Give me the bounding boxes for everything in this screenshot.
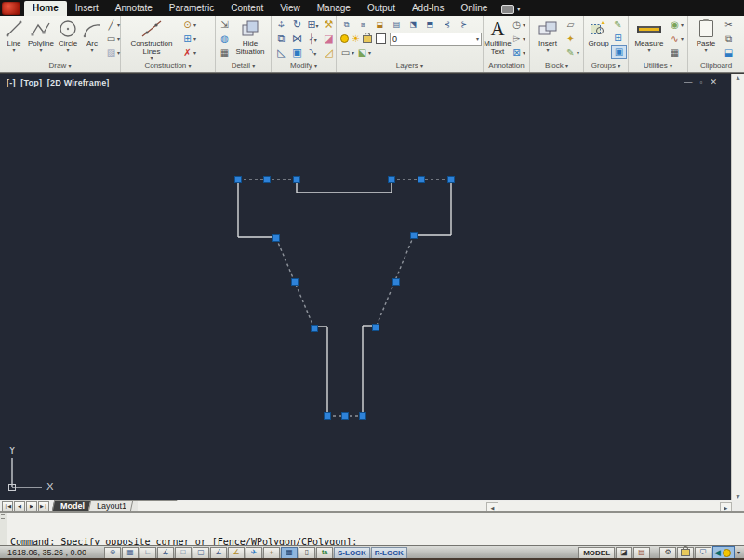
layer-select[interactable]: 0 ▾ [390, 33, 482, 46]
viewport-menu-button[interactable]: [-] [7, 78, 16, 87]
panel-footer-block[interactable]: Block ▾ [530, 60, 583, 72]
polar-toggle[interactable]: ∡ [157, 547, 174, 559]
esnap-toggle[interactable]: □ [175, 547, 192, 559]
layer-match-button[interactable]: ⬓ [372, 20, 388, 30]
last-tab-icon[interactable]: ▶❘ [38, 501, 49, 512]
paste-special-button[interactable]: ⬓ [722, 47, 736, 59]
erase-button[interactable]: ◪ [324, 33, 333, 45]
screen-capture-button[interactable]: ▾ [501, 5, 520, 14]
annotation-scale-toggle[interactable]: ta [316, 547, 333, 559]
scroll-up-icon[interactable]: ▲ [735, 74, 741, 81]
grip[interactable] [373, 325, 379, 331]
angle-toggle[interactable]: ∠ [210, 547, 227, 559]
viewport-view-button[interactable]: [Top] [20, 78, 42, 87]
leader-button[interactable]: ⌲▾ [510, 33, 526, 45]
layer-lock-icon[interactable] [363, 35, 372, 43]
close-icon[interactable]: ✕ [710, 77, 717, 87]
explode-button[interactable]: ⚒ [325, 19, 334, 31]
rotate-button[interactable]: ↻ [293, 19, 301, 31]
drawing-svg[interactable]: YX [0, 74, 732, 500]
snap-toggle[interactable]: ⊕ [104, 547, 121, 559]
coordinate-readout[interactable]: 1618.06, 35.26 , 0.00 [0, 548, 104, 557]
tab-content[interactable]: Content [222, 1, 272, 16]
grip[interactable] [273, 235, 280, 242]
command-window[interactable]: Command: Specify opposite corner or [Fen… [0, 511, 744, 545]
tab-parametric[interactable]: Parametric [161, 1, 222, 16]
viewport-visualstyle-button[interactable]: [2D Wireframe] [47, 78, 110, 87]
grip[interactable] [312, 326, 318, 332]
paste-button[interactable]: Paste ▾ [690, 18, 722, 60]
grip[interactable] [235, 177, 242, 183]
group-edit-button[interactable]: ⊞ [611, 32, 627, 44]
block-editor-button[interactable]: ✎▾ [564, 47, 580, 59]
rlock-button[interactable]: R-LOCK [371, 547, 407, 559]
layer-freeze-sun-icon[interactable]: ☀ [352, 33, 360, 44]
tab-insert[interactable]: Insert [67, 1, 107, 16]
minimize-icon[interactable]: — [684, 77, 693, 87]
prev-tab-icon[interactable]: ◀ [14, 501, 25, 512]
block-box-button[interactable]: ▱ [564, 19, 580, 31]
screen-view-button[interactable]: ▦ [218, 47, 232, 59]
panel-footer-draw[interactable]: Draw ▾ [0, 60, 120, 72]
status-overflow-chevron-icon[interactable]: ▾ [737, 551, 740, 554]
insert-block-button[interactable]: Insert ▾ [532, 18, 564, 60]
rectangle-tool-button[interactable]: ▭▾ [104, 33, 121, 45]
scroll-down-icon[interactable]: ▼ [735, 493, 741, 500]
line-tool-button[interactable]: ╱▾ [104, 19, 121, 31]
group-button[interactable]: Group [586, 18, 611, 60]
grip[interactable] [360, 413, 366, 420]
fillet-button[interactable]: ◝▾ [310, 47, 316, 59]
etrack-toggle[interactable]: ▢ [193, 547, 209, 559]
back-arrow-icon[interactable]: ◀ [714, 548, 721, 557]
tablet-toggle[interactable]: ✈ [246, 547, 262, 559]
layer-states-button[interactable]: ⧈ [355, 20, 371, 30]
application-logo-icon[interactable] [2, 2, 20, 15]
id-point-button[interactable]: ◉▾ [668, 19, 684, 31]
layer-off-bulb-icon[interactable] [340, 34, 349, 43]
slock-button[interactable]: S-LOCK [334, 547, 370, 559]
crosshair-toggle[interactable]: ＋ [263, 547, 280, 559]
layer-color-swatch[interactable] [376, 33, 386, 44]
tab-manage[interactable]: Manage [309, 1, 359, 16]
quad-toggle[interactable]: ▦ [281, 547, 298, 559]
panel-footer-layers[interactable]: Layers ▾ [337, 60, 483, 72]
tab-annotate[interactable]: Annotate [107, 1, 161, 16]
panel-footer-detail[interactable]: Detail ▾ [216, 60, 271, 72]
tab-home[interactable]: Home [24, 1, 67, 16]
create-block-button[interactable]: ✦ [564, 33, 580, 45]
stretch-button[interactable]: ▣ [292, 47, 301, 59]
panel-footer-modify[interactable]: Modify ▾ [272, 60, 336, 72]
unlock-icon[interactable] [677, 547, 694, 559]
remove-points-button[interactable]: ✗▾ [180, 47, 197, 59]
model-space-button[interactable]: MODEL [578, 547, 615, 559]
tab-online[interactable]: Online [452, 1, 496, 16]
line-button[interactable]: Line ▾ [2, 18, 26, 60]
grip[interactable] [393, 279, 400, 286]
paper-layout-icon[interactable]: ▤ [633, 547, 650, 559]
move-button[interactable]: ↔↕ [275, 18, 287, 33]
first-tab-icon[interactable]: ❘◀ [2, 501, 13, 512]
layer-isolate-button[interactable]: ⊰ [439, 20, 455, 30]
panel-footer-groups[interactable]: Groups ▾ [584, 60, 628, 72]
quick-select-button[interactable]: ∿▾ [668, 33, 684, 45]
grip[interactable] [389, 177, 395, 183]
multiline-text-button[interactable]: A Multiline Text [485, 18, 510, 60]
layer-list-button[interactable]: ▤ [389, 20, 405, 30]
viewport-controls[interactable]: [-] [Top] [2D Wireframe] [7, 78, 113, 87]
chamfer-button[interactable]: ◿ [325, 47, 332, 59]
grip[interactable] [292, 279, 299, 286]
tab-view[interactable]: View [272, 1, 309, 16]
polyline-button[interactable]: Polyline ▾ [26, 18, 56, 60]
drawing-viewport[interactable]: YX [-] [Top] [2D Wireframe] — ▫ ✕ [0, 74, 732, 500]
panel-footer-construction[interactable]: Construction ▾ [121, 60, 215, 72]
array-button[interactable]: ⊞▾ [307, 19, 318, 31]
arc-button[interactable]: Arc ▾ [80, 18, 104, 60]
layer-prev-button[interactable]: ⬔ [405, 20, 421, 30]
lineweight-toggle[interactable]: ▯ [299, 547, 315, 559]
group-select-toggle[interactable]: ▣ [611, 45, 627, 59]
tray-message-icon[interactable]: 🗩 [695, 547, 711, 559]
ortho-toggle[interactable]: ∟ [140, 547, 156, 559]
grip[interactable] [411, 233, 418, 239]
mirror-button[interactable]: ⋈ [292, 33, 302, 45]
layer-properties-button[interactable]: ⧉ [339, 20, 354, 30]
